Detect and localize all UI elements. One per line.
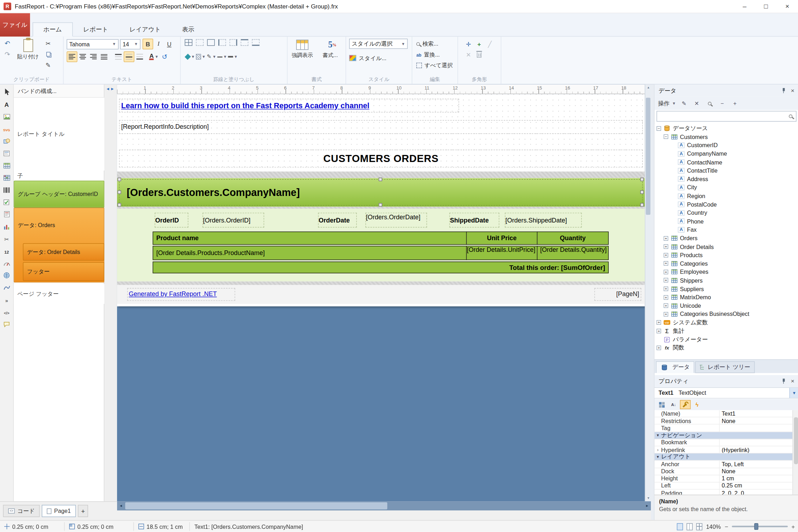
data-search-input[interactable] — [657, 111, 797, 122]
text-object-orderid-field[interactable]: [Orders.OrderID] — [203, 213, 264, 227]
property-value[interactable]: (Hyperlink) — [719, 446, 792, 453]
tree-item[interactable]: +Employees — [654, 268, 798, 276]
scrollbar-thumb[interactable] — [794, 417, 798, 464]
text-object-description[interactable]: [Report.ReportInfo.Description] — [119, 120, 643, 134]
collapse-icon[interactable]: − — [657, 126, 661, 131]
format-button[interactable]: 5 書式... — [317, 37, 343, 74]
text-object-tool[interactable]: A — [0, 99, 13, 111]
expand-icon[interactable]: + — [664, 261, 668, 266]
property-value[interactable] — [719, 439, 792, 446]
multi-page-view-button[interactable] — [696, 523, 702, 530]
tree-item[interactable]: +MatrixDemo — [654, 293, 798, 302]
tab-view[interactable]: 表示 — [172, 22, 205, 36]
property-grid-scrollbar[interactable] — [792, 410, 798, 495]
move-point-button[interactable]: ✛ — [463, 39, 474, 49]
tree-item[interactable]: ACountry — [654, 209, 798, 217]
copy-button[interactable] — [43, 49, 53, 59]
zoom-slider[interactable] — [732, 526, 788, 527]
style-select[interactable]: スタイルの選択▼ — [349, 39, 407, 49]
band-report-title[interactable]: Learn how to build this report on the Fa… — [117, 94, 645, 144]
object-selector[interactable]: Text1 TextObject ▼ — [654, 387, 798, 399]
tree-item[interactable]: +Categories BusinessObject — [654, 310, 798, 318]
tree-item[interactable]: ACity — [654, 183, 798, 192]
close-icon[interactable]: × — [791, 88, 794, 93]
table-cell-product-name-field[interactable]: [Order Details.Products.ProductName] — [153, 246, 467, 260]
find-button[interactable]: 検索... — [416, 39, 453, 49]
edit-datasource-button[interactable]: ✎ — [680, 99, 689, 108]
tree-item[interactable]: +Shippers — [654, 276, 798, 285]
property-row[interactable]: AnchorTop, Left — [654, 461, 792, 468]
pin-icon[interactable] — [781, 378, 786, 384]
tree-item[interactable]: ARegion — [654, 192, 798, 200]
band-item-report-title[interactable]: レポート タイトル — [14, 98, 104, 170]
design-surface[interactable]: 123456789101112131415161718 Learn how to… — [117, 85, 645, 501]
tree-item[interactable]: APhone — [654, 217, 798, 226]
two-page-view-button[interactable] — [687, 523, 693, 530]
bold-button[interactable]: B — [143, 39, 153, 49]
selection-handle[interactable] — [117, 190, 121, 194]
font-color-button[interactable]: A▼ — [149, 51, 159, 62]
tree-item[interactable]: APostalCode — [654, 200, 798, 209]
tree-item[interactable]: +fx関数 — [654, 344, 798, 352]
paste-button[interactable]: 貼り付け — [16, 37, 40, 74]
text-object-orderid-label[interactable]: OrderID — [155, 213, 188, 227]
message-object-tool[interactable] — [0, 319, 13, 331]
collapse-bands-button[interactable]: ◄► — [106, 87, 115, 91]
close-icon[interactable]: × — [791, 378, 794, 383]
delete-datasource-button[interactable]: ✕ — [692, 99, 701, 108]
property-row[interactable]: Tag — [654, 424, 792, 432]
selection-handle[interactable] — [378, 203, 382, 207]
picture-object-tool[interactable] — [0, 111, 13, 123]
tree-item[interactable]: +Unicode — [654, 301, 798, 310]
property-category[interactable]: ▼レイアウト — [654, 453, 792, 461]
property-row[interactable]: Bookmark — [654, 439, 792, 446]
zoom-in-button[interactable]: + — [791, 523, 795, 530]
no-borders-button[interactable] — [196, 39, 204, 46]
selection-handle[interactable] — [640, 203, 644, 207]
property-row[interactable]: Left0.25 cm — [654, 482, 792, 490]
property-value[interactable]: 0.25 cm — [719, 482, 792, 489]
property-row[interactable]: Padding2, 0, 2, 0 — [654, 490, 792, 495]
svg-object-tool[interactable]: SVG — [0, 123, 13, 135]
expand-icon[interactable]: + — [664, 278, 668, 283]
left-border-button[interactable] — [218, 39, 226, 46]
expand-icon[interactable]: + — [657, 346, 661, 350]
expand-icon[interactable]: + — [664, 236, 668, 241]
scroll-down-icon[interactable]: ▼ — [645, 495, 651, 501]
property-row[interactable]: (Name)Text1 — [654, 410, 792, 417]
tree-item[interactable]: +Σ集計 — [654, 327, 798, 335]
property-category[interactable]: ▼ナビゲーション — [654, 432, 792, 439]
font-size-select[interactable]: 14▼ — [120, 39, 141, 49]
tree-item[interactable]: AAddress — [654, 175, 798, 183]
tab-layout[interactable]: レイアウト — [119, 22, 172, 36]
more-objects-tool[interactable]: » — [0, 294, 13, 307]
alphabetical-view-button[interactable]: A↓ — [668, 400, 679, 409]
expand-icon[interactable]: + — [657, 320, 661, 325]
tree-item[interactable]: +Orders — [654, 234, 798, 242]
subreport-object-tool[interactable] — [0, 148, 13, 160]
expand-icon[interactable]: + — [664, 303, 668, 308]
property-value[interactable]: 2, 0, 2, 0 — [719, 490, 792, 495]
scrollbar-thumb[interactable] — [125, 502, 387, 509]
property-row[interactable]: RestrictionsNone — [654, 417, 792, 424]
property-value[interactable]: 1 cm — [719, 475, 792, 482]
design-vertical-scrollbar[interactable]: ▲ ▼ — [645, 85, 651, 501]
top-border-button[interactable] — [241, 39, 249, 46]
text-object-generated-link[interactable]: Generated by FastReport .NET — [127, 288, 235, 301]
bottom-border-button[interactable] — [252, 39, 260, 46]
html-object-tool[interactable]: </> — [0, 306, 13, 319]
cut-button[interactable]: ✂ — [43, 38, 53, 49]
categorized-view-button[interactable] — [657, 400, 667, 409]
text-object-orderdate-field[interactable]: [Orders.OrderDate] — [365, 213, 427, 227]
valign-top-button[interactable] — [113, 51, 123, 62]
selection-handle[interactable] — [117, 203, 121, 207]
style-button[interactable]: スタイル... — [349, 52, 386, 64]
text-object-orderdate-label[interactable]: OrderDate — [318, 213, 357, 227]
table-object-tool[interactable] — [0, 160, 13, 172]
align-justify-button[interactable] — [99, 51, 109, 62]
add-point-button[interactable]: + — [474, 39, 485, 49]
tab-report-tree[interactable]: レポート ツリー — [695, 362, 755, 373]
tree-item[interactable]: +Products — [654, 251, 798, 259]
report-page[interactable]: Learn how to build this report on the Fa… — [117, 94, 645, 306]
italic-button[interactable]: I — [153, 39, 164, 49]
